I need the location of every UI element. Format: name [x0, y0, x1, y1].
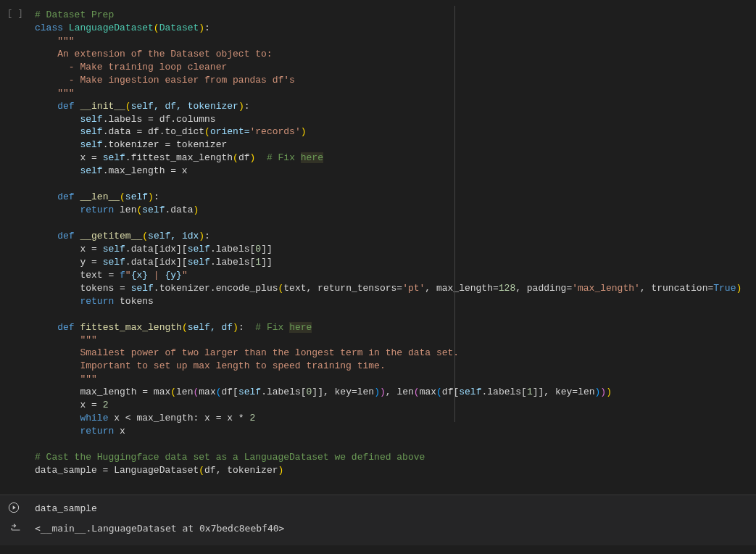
cell-output: <__main__.LanguageDataset at 0x7bedc8eeb… — [0, 518, 756, 541]
output-text: <__main__.LanguageDataset at 0x7bedc8eeb… — [35, 523, 284, 534]
run-cell-button[interactable] — [7, 501, 20, 514]
output-arrow-icon — [10, 523, 23, 533]
pane-divider — [454, 6, 455, 422]
code-editor[interactable]: # Dataset Prep class LanguageDataset(Dat… — [35, 6, 756, 480]
code-cell-1[interactable]: [ ] # Dataset Prep class LanguageDataset… — [0, 0, 756, 486]
output-gutter-icon — [0, 523, 35, 533]
play-icon — [8, 502, 20, 513]
cell-gutter: [ ] — [7, 9, 29, 19]
code-cell-2[interactable]: data_sample <__main__.LanguageDataset at… — [0, 495, 756, 545]
exec-indicator: [ ] — [7, 9, 23, 19]
svg-marker-1 — [13, 505, 16, 509]
cell-gutter-2[interactable] — [7, 501, 29, 516]
code-editor-2[interactable]: data_sample — [35, 500, 756, 518]
